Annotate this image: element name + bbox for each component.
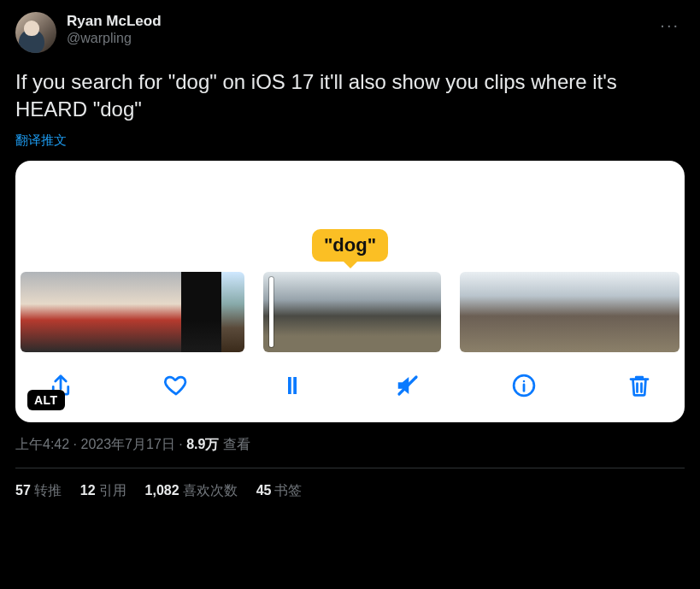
tweet-time[interactable]: 上午4:42 — [15, 437, 69, 451]
tweet-stats: 57转推 12引用 1,082喜欢次数 45书签 — [15, 468, 685, 514]
pause-button[interactable] — [276, 369, 309, 402]
tweet-text: If you search for "dog" on iOS 17 it'll … — [15, 68, 685, 124]
tweet-date[interactable]: 2023年7月17日 — [80, 437, 174, 451]
timeline-frame — [21, 272, 61, 352]
timeline-frame — [407, 272, 441, 352]
author-display-name: Ryan McLeod — [67, 12, 162, 30]
timeline-frame — [656, 272, 679, 352]
svg-point-1 — [522, 380, 525, 383]
mute-button[interactable] — [391, 369, 424, 402]
media-card[interactable]: "dog" — [15, 161, 685, 422]
trash-button[interactable] — [623, 369, 656, 402]
translate-link[interactable]: 翻译推文 — [15, 133, 685, 149]
timeline-frame — [61, 272, 101, 352]
likes-stat[interactable]: 1,082喜欢次数 — [145, 482, 238, 500]
timeline-frame — [538, 272, 578, 352]
retweets-stat[interactable]: 57转推 — [15, 482, 62, 500]
timeline-frame — [617, 272, 656, 352]
heart-icon — [163, 373, 189, 398]
tweet-meta: 上午4:42 · 2023年7月17日 · 8.9万 查看 — [15, 436, 685, 454]
more-options-button[interactable]: ··· — [655, 12, 685, 38]
author-handle: @warpling — [67, 30, 162, 47]
like-button[interactable] — [160, 369, 192, 402]
clip-group-3[interactable] — [460, 272, 679, 352]
media-toolbar — [15, 352, 685, 422]
tweet-container: Ryan McLeod @warpling ··· If you search … — [0, 0, 700, 514]
video-timeline[interactable] — [15, 272, 685, 352]
views-count: 8.9万 — [186, 437, 219, 451]
timeline-frame — [141, 272, 181, 352]
timeline-frame — [101, 272, 141, 352]
volume-mute-icon — [395, 373, 421, 398]
info-button[interactable] — [508, 369, 540, 402]
quotes-stat[interactable]: 12引用 — [80, 482, 126, 500]
bookmarks-stat[interactable]: 45书签 — [256, 482, 303, 500]
media-inner: "dog" — [15, 161, 685, 422]
timeline-frame — [499, 272, 538, 352]
alt-badge[interactable]: ALT — [27, 390, 65, 410]
search-term-tooltip: "dog" — [312, 229, 388, 262]
timeline-frame — [359, 272, 407, 352]
timeline-frame — [221, 272, 244, 352]
info-icon — [511, 373, 537, 398]
views-label: 查看 — [219, 437, 250, 451]
clip-group-2[interactable] — [263, 272, 441, 352]
author-names[interactable]: Ryan McLeod @warpling — [67, 12, 162, 47]
pause-icon — [279, 373, 305, 398]
playhead[interactable] — [269, 277, 274, 347]
trash-icon — [626, 373, 652, 398]
avatar[interactable] — [15, 12, 56, 53]
timeline-frame — [181, 272, 221, 352]
tweet-header: Ryan McLeod @warpling ··· — [15, 12, 685, 53]
timeline-frame — [578, 272, 617, 352]
clip-group-1[interactable] — [21, 272, 244, 352]
timeline-frame — [311, 272, 359, 352]
timeline-frame — [460, 272, 499, 352]
